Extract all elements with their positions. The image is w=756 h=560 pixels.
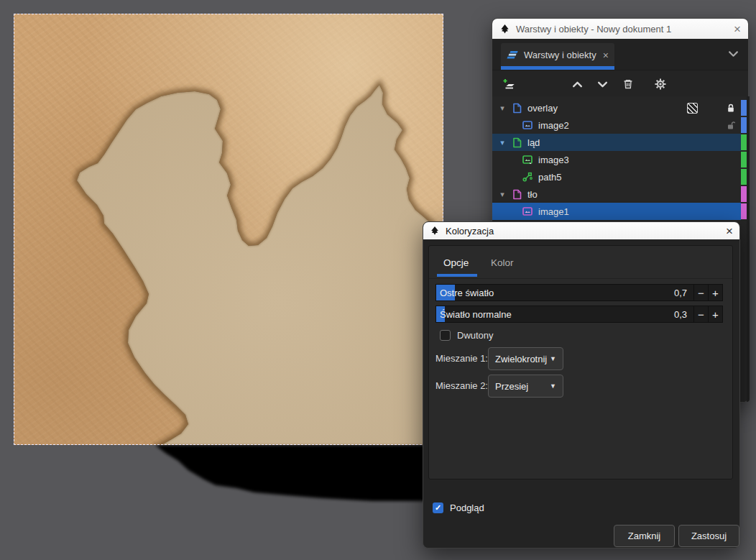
koloryzacja-dialog: Koloryzacja × Opcje Kolor Ostre światło …	[423, 221, 740, 548]
object-row-path5[interactable]: path5	[492, 168, 741, 185]
object-label: path5	[538, 172, 562, 183]
layer-color-chip[interactable]	[741, 134, 747, 150]
tab-separator	[429, 278, 732, 279]
panel-tabstrip: Warstwy i obiekty ×	[492, 39, 748, 70]
object-label: image3	[538, 155, 569, 165]
delete-button[interactable]	[620, 76, 636, 92]
chevron-down-icon	[596, 78, 609, 91]
chevron-up-icon	[571, 78, 584, 91]
layer-color-chip[interactable]	[741, 117, 747, 133]
tree-scrollbar-gutter[interactable]	[747, 96, 750, 402]
decrement-button[interactable]: −	[693, 285, 708, 300]
decrement-button[interactable]: −	[693, 306, 708, 322]
tab-opcje[interactable]: Opcje	[443, 257, 469, 268]
apply-button[interactable]: Zastosuj	[678, 525, 739, 547]
object-label: image1	[538, 206, 569, 217]
land-shape	[14, 14, 443, 445]
slider-value[interactable]: 0,7	[674, 288, 693, 298]
slider-label: Ostre światło	[436, 288, 494, 298]
check-icon: ✓	[435, 503, 441, 513]
layers-toolbar	[492, 70, 748, 96]
layers-icon	[507, 50, 519, 60]
add-layer-icon	[502, 77, 516, 91]
blend1-value: Zwielokrotnij	[495, 354, 547, 364]
blend2-label: Mieszanie 2:	[435, 380, 488, 391]
active-tab-underline	[501, 66, 614, 70]
slider-label: Światło normalne	[436, 309, 512, 320]
layers-panel-title: Warstwy i obiekty - Nowy dokument 1	[516, 24, 671, 35]
dialog-title: Koloryzacja	[446, 226, 494, 237]
slider-swiatlo-normalne[interactable]: Światło normalne 0,3 − +	[435, 306, 723, 323]
preview-label: Podgląd	[450, 502, 484, 513]
active-tab-underline	[437, 274, 477, 277]
object-row-image1[interactable]: image1	[492, 203, 741, 220]
expander-icon[interactable]: ▾	[498, 104, 507, 113]
dwutony-checkbox[interactable]	[440, 330, 451, 341]
object-row-image3[interactable]: image3	[492, 151, 741, 168]
options-notebook: Opcje Kolor Ostre światło 0,7 − + Światł…	[428, 245, 733, 479]
tab-warstwy-i-obiekty[interactable]: Warstwy i obiekty ×	[501, 43, 614, 67]
object-label: image2	[538, 120, 569, 131]
tab-close-icon[interactable]: ×	[603, 50, 609, 61]
image-icon	[522, 155, 533, 164]
layer-label: ląd	[527, 137, 540, 148]
drawing-canvas[interactable]	[14, 14, 443, 445]
dropdown-arrow-icon: ▼	[550, 382, 556, 390]
blend-indicator-icon[interactable]	[687, 103, 698, 114]
slider-value[interactable]: 0,3	[674, 309, 693, 320]
layer-color-chip[interactable]	[741, 100, 747, 116]
layer-row-tlo[interactable]: ▾ tło	[492, 185, 741, 203]
increment-button[interactable]: +	[708, 306, 722, 322]
lock-icon[interactable]	[727, 104, 735, 113]
tab-label: Warstwy i obiekty	[524, 50, 596, 60]
inkscape-logo-icon	[499, 24, 510, 35]
expander-icon[interactable]: ▾	[498, 190, 507, 199]
dwutony-row: Dwutony	[440, 330, 494, 341]
preview-row: ✓ Podgląd	[433, 502, 484, 513]
close-icon[interactable]: ×	[726, 225, 733, 237]
chevron-down-icon[interactable]	[727, 47, 739, 60]
layer-row-overlay[interactable]: ▾ overlay	[492, 99, 741, 116]
layer-row-lad[interactable]: ▾ ląd	[492, 134, 741, 151]
image-icon	[522, 121, 533, 129]
layer-color-chip[interactable]	[741, 169, 747, 185]
expander-icon[interactable]: ▾	[498, 138, 507, 147]
layer-color-chip[interactable]	[741, 203, 747, 219]
image-icon	[522, 207, 533, 216]
gear-icon	[654, 78, 667, 91]
object-row-image2[interactable]: image2	[492, 116, 741, 134]
lower-button[interactable]	[594, 76, 610, 92]
path-icon	[522, 172, 533, 182]
unlock-icon[interactable]	[727, 121, 735, 130]
preview-checkbox[interactable]: ✓	[433, 502, 443, 513]
trash-icon	[622, 78, 634, 90]
shadow-blob	[129, 445, 425, 514]
blend1-label: Mieszanie 1:	[435, 353, 488, 364]
close-button[interactable]: Zamknij	[614, 525, 675, 547]
layer-label: tło	[527, 189, 538, 200]
dropdown-arrow-icon: ▼	[550, 355, 556, 362]
inkscape-logo-icon	[430, 226, 440, 236]
add-layer-button[interactable]	[501, 76, 517, 92]
tab-kolor[interactable]: Kolor	[491, 257, 514, 268]
layer-page-icon	[512, 103, 522, 114]
blend1-dropdown[interactable]: Zwielokrotnij ▼	[488, 347, 563, 370]
blend2-dropdown[interactable]: Przesiej ▼	[488, 375, 563, 398]
layer-color-chip[interactable]	[741, 152, 747, 167]
blend2-value: Przesiej	[495, 381, 528, 392]
close-icon[interactable]: ×	[734, 23, 741, 35]
dwutony-label: Dwutony	[457, 330, 494, 341]
increment-button[interactable]: +	[708, 285, 722, 300]
layer-page-icon	[512, 189, 522, 200]
settings-button[interactable]	[653, 76, 668, 92]
raise-button[interactable]	[569, 76, 585, 92]
layers-panel-titlebar[interactable]: Warstwy i obiekty - Nowy dokument 1 ×	[492, 19, 748, 39]
layer-label: overlay	[527, 103, 558, 114]
dialog-titlebar[interactable]: Koloryzacja ×	[423, 222, 739, 239]
layer-color-chip[interactable]	[741, 186, 747, 202]
slider-ostre-swiatlo[interactable]: Ostre światło 0,7 − +	[435, 284, 723, 301]
layer-page-icon	[512, 137, 522, 148]
